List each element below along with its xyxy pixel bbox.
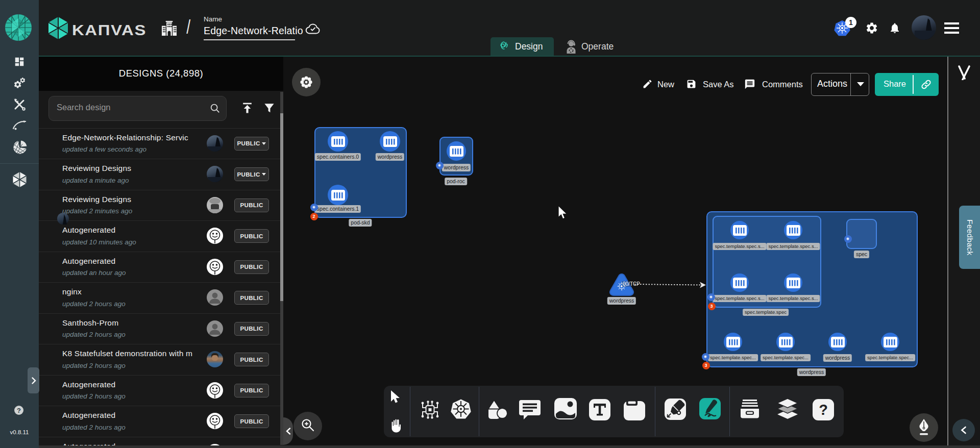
svg-text:?: ? — [819, 402, 828, 418]
svg-text:1: 1 — [849, 18, 853, 27]
